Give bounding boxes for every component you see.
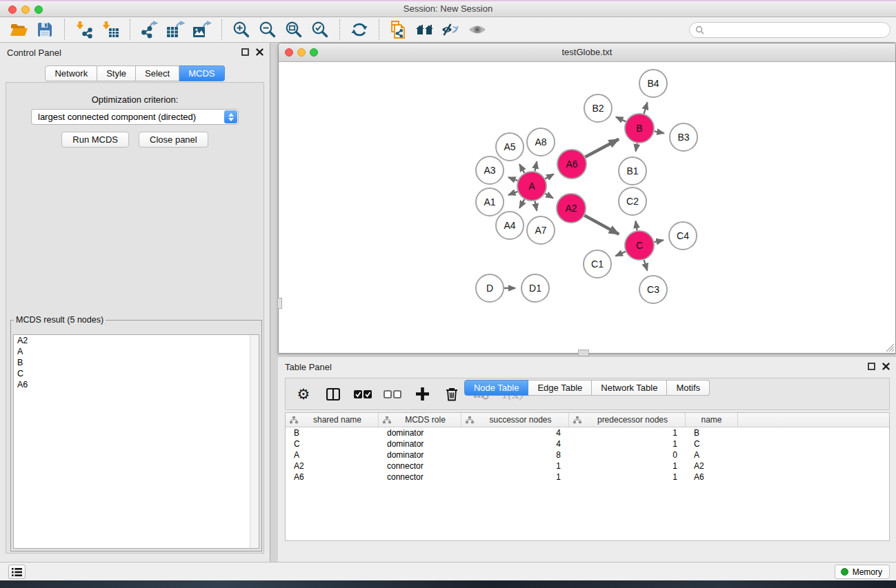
search-field[interactable] xyxy=(689,22,890,38)
tab-style[interactable]: Style xyxy=(97,65,136,81)
toolbar-separator xyxy=(339,19,340,40)
graph-edge-A6-B[interactable] xyxy=(585,139,619,157)
graph-node-label: A1 xyxy=(484,196,495,207)
graph-edge-B-B4[interactable] xyxy=(644,103,648,114)
graph-edge-B-B3[interactable] xyxy=(655,131,664,133)
list-icon xyxy=(12,567,22,577)
graph-edge-B-B2[interactable] xyxy=(616,117,626,122)
mcds-result-item[interactable]: B xyxy=(14,357,259,368)
apply-layout-icon[interactable] xyxy=(348,19,370,41)
graph-node-label: A8 xyxy=(535,136,546,148)
toolbar-separator xyxy=(130,19,130,40)
table-tab-motifs[interactable]: Motifs xyxy=(667,380,710,396)
show-all-icon[interactable] xyxy=(466,19,488,41)
table-panel: Table Panel ⚙ f(x) shared nameMCDS rol xyxy=(278,357,896,562)
network-minimize-icon[interactable] xyxy=(297,48,306,57)
float-panel-icon[interactable] xyxy=(868,363,875,370)
zoom-selected-icon[interactable] xyxy=(309,19,331,41)
task-history-button[interactable] xyxy=(8,565,26,579)
graph-edge-A2-C[interactable] xyxy=(584,216,619,234)
app-title: Session: New Session xyxy=(0,1,896,17)
network-canvas[interactable]: B4B2BB3A8A5A6A3B1AC2A1A2A4A7C4CC1DD1C3 xyxy=(279,62,895,353)
hide-selected-icon[interactable] xyxy=(440,19,462,41)
first-neighbors-icon[interactable] xyxy=(414,19,436,41)
mcds-tab-content: Optimization criterion: largest connecte… xyxy=(6,82,264,554)
graph-edge-A-A7[interactable] xyxy=(535,201,537,211)
graph-node-label: B1 xyxy=(626,165,638,176)
table-tab-network-table[interactable]: Network Table xyxy=(592,380,667,396)
toolbar-separator xyxy=(379,19,379,40)
control-panel: Control Panel NetworkStyleSelectMCDS Opt… xyxy=(0,43,270,562)
graph-node-label: D xyxy=(486,283,493,294)
graph-edge-A-A5[interactable] xyxy=(519,164,524,173)
network-window-title: testGlobe.txt xyxy=(279,43,895,61)
close-window-icon[interactable] xyxy=(8,6,17,14)
graph-edge-A-A3[interactable] xyxy=(508,177,517,181)
mcds-result-title: MCDS result (5 nodes) xyxy=(14,315,106,325)
app-titlebar: Session: New Session xyxy=(0,0,896,17)
mcds-result-list: A2ABCA6 xyxy=(13,334,259,549)
network-view-window: testGlobe.txt B4B2BB3A8A5A6A3B1AC2A1A2A4… xyxy=(278,43,896,354)
close-panel-icon[interactable] xyxy=(256,48,263,56)
status-bar: Memory xyxy=(0,562,896,580)
zoom-window-icon[interactable] xyxy=(34,6,43,14)
graph-edge-C-C1[interactable] xyxy=(616,252,626,256)
graph-node-label: A7 xyxy=(535,225,546,236)
graph-node-label: B2 xyxy=(592,103,604,114)
graph-edge-A-A6[interactable] xyxy=(545,174,553,179)
graph-node-label: A4 xyxy=(504,220,515,231)
mcds-result-item[interactable]: A xyxy=(14,346,259,357)
import-network-icon[interactable] xyxy=(73,19,95,41)
tab-network[interactable]: Network xyxy=(45,65,97,81)
graph-edge-A-A8[interactable] xyxy=(535,161,537,171)
export-table-icon[interactable] xyxy=(165,19,187,41)
export-network-icon[interactable] xyxy=(139,19,161,41)
mcds-result-item[interactable]: C xyxy=(14,368,259,379)
horizontal-divider-grip[interactable] xyxy=(578,349,589,356)
table-panel-title: Table Panel xyxy=(285,362,332,372)
memory-status-icon xyxy=(841,568,848,576)
graph-edge-A-A4[interactable] xyxy=(519,199,524,208)
close-panel-icon[interactable] xyxy=(882,363,890,370)
zoom-in-icon[interactable] xyxy=(230,19,252,41)
mcds-result-item[interactable]: A6 xyxy=(14,379,259,390)
open-file-icon[interactable] xyxy=(8,19,30,41)
graph-node-label: C2 xyxy=(626,196,639,207)
import-table-icon[interactable] xyxy=(99,19,121,41)
minimize-window-icon[interactable] xyxy=(21,6,30,14)
export-image-icon[interactable] xyxy=(191,19,213,41)
graph-node-label: C1 xyxy=(591,258,604,270)
graph-edge-C-C3[interactable] xyxy=(644,260,648,270)
clone-network-icon[interactable] xyxy=(388,19,410,41)
window-resize-grip[interactable] xyxy=(886,343,895,352)
tab-select[interactable]: Select xyxy=(136,65,179,81)
optimization-criterion-label: Optimization criterion: xyxy=(6,94,263,105)
close-panel-button[interactable]: Close panel xyxy=(139,132,208,148)
graph-edge-A-A2[interactable] xyxy=(545,194,553,199)
float-panel-icon[interactable] xyxy=(241,48,249,56)
mcds-result-item[interactable]: A2 xyxy=(14,335,259,346)
zoom-fit-icon[interactable] xyxy=(283,19,305,41)
memory-label: Memory xyxy=(853,567,882,577)
graph-edge-A-A1[interactable] xyxy=(508,192,517,195)
run-mcds-button[interactable]: Run MCDS xyxy=(61,132,129,148)
zoom-out-icon[interactable] xyxy=(257,19,279,41)
graph-edge-B-B1[interactable] xyxy=(636,143,637,152)
control-panel-title: Control Panel xyxy=(7,48,61,58)
graph-node-label: C3 xyxy=(647,284,659,295)
graph-edge-C-C2[interactable] xyxy=(636,221,637,231)
table-tab-node-table[interactable]: Node Table xyxy=(464,380,529,396)
graph-edge-C-C4[interactable] xyxy=(655,240,664,242)
result-list-scrollbar[interactable] xyxy=(250,335,259,548)
tab-mcds[interactable]: MCDS xyxy=(179,65,224,81)
search-icon xyxy=(695,26,704,34)
search-input[interactable] xyxy=(708,25,884,35)
table-tab-edge-table[interactable]: Edge Table xyxy=(528,380,592,396)
network-window-titlebar[interactable]: testGlobe.txt xyxy=(279,43,895,62)
criterion-dropdown[interactable]: largest connected component (directed) xyxy=(31,109,239,125)
save-session-icon[interactable] xyxy=(34,19,56,41)
network-close-icon[interactable] xyxy=(285,48,293,57)
memory-button[interactable]: Memory xyxy=(835,565,890,579)
network-zoom-icon[interactable] xyxy=(310,48,318,57)
split-divider-grip[interactable] xyxy=(277,298,282,309)
